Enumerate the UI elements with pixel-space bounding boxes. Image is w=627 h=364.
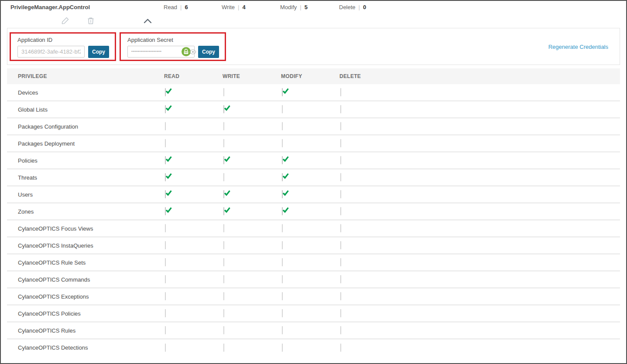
delete-checkbox[interactable] (340, 224, 341, 232)
delete-checkbox[interactable] (340, 275, 341, 283)
delete-checkbox[interactable] (340, 105, 341, 113)
table-body: Devices Global Lists Packages Configurat… (7, 84, 620, 356)
write-checkbox[interactable] (223, 156, 224, 164)
modify-checkbox[interactable] (282, 190, 283, 198)
write-checkbox[interactable] (223, 241, 224, 249)
modify-checkbox[interactable] (282, 326, 283, 334)
modify-checkbox[interactable] (282, 275, 283, 283)
write-checkbox[interactable] (223, 173, 224, 181)
modify-checkbox[interactable] (282, 344, 283, 352)
table-row: Zones (7, 203, 620, 220)
write-checkbox[interactable] (223, 105, 224, 113)
stat-write-label: Write (222, 4, 235, 10)
delete-checkbox[interactable] (340, 292, 341, 300)
app-secret-highlight-box: Application Secret ••••••••••••••••••• C… (120, 32, 226, 61)
table-row: Threats (7, 169, 620, 186)
delete-checkbox[interactable] (340, 173, 341, 181)
panel-title: PrivilegeManager.AppControl (1, 4, 164, 10)
write-checkbox[interactable] (223, 88, 224, 96)
read-checkbox[interactable] (165, 258, 166, 266)
modify-checkbox[interactable] (282, 292, 283, 300)
read-checkbox[interactable] (165, 173, 166, 181)
copy-app-secret-button[interactable]: Copy (198, 46, 219, 58)
read-checkbox[interactable] (165, 326, 166, 334)
credentials-panel: Application ID Copy Application Secret •… (7, 28, 620, 65)
read-checkbox[interactable] (165, 207, 166, 215)
stat-write-value: 4 (243, 4, 246, 10)
modify-checkbox[interactable] (282, 224, 283, 232)
modify-checkbox[interactable] (282, 258, 283, 266)
app-secret-masked-value: ••••••••••••••••••• (131, 46, 182, 58)
write-checkbox[interactable] (223, 309, 224, 317)
privilege-name: CylanceOPTICS Rule Sets (18, 259, 164, 266)
read-checkbox[interactable] (165, 344, 166, 352)
read-checkbox[interactable] (165, 309, 166, 317)
delete-button[interactable] (87, 17, 95, 25)
modify-checkbox[interactable] (282, 241, 283, 249)
read-checkbox[interactable] (165, 156, 166, 164)
delete-checkbox[interactable] (340, 344, 341, 352)
read-checkbox[interactable] (165, 139, 166, 147)
delete-checkbox[interactable] (340, 190, 341, 198)
delete-checkbox[interactable] (340, 122, 341, 130)
read-checkbox[interactable] (165, 224, 166, 232)
write-checkbox[interactable] (223, 344, 224, 352)
delete-checkbox[interactable] (340, 207, 341, 215)
privilege-name: Zones (18, 208, 164, 215)
stat-separator: | (359, 4, 360, 10)
modify-checkbox[interactable] (282, 309, 283, 317)
write-checkbox[interactable] (223, 224, 224, 232)
edit-button[interactable] (61, 17, 69, 25)
delete-checkbox[interactable] (340, 139, 341, 147)
stat-write: Write|4 (222, 4, 280, 10)
app-secret-field[interactable]: ••••••••••••••••••• (127, 46, 195, 58)
integration-panel: PrivilegeManager.AppControl Read|6 Write… (0, 0, 627, 364)
modify-checkbox[interactable] (282, 105, 283, 113)
stat-read: Read|6 (164, 4, 222, 10)
write-checkbox[interactable] (223, 207, 224, 215)
write-checkbox[interactable] (223, 139, 224, 147)
read-checkbox[interactable] (165, 88, 166, 96)
app-id-label: Application ID (17, 37, 109, 43)
delete-checkbox[interactable] (340, 88, 341, 96)
collapse-button[interactable] (144, 18, 152, 24)
table-row: Global Lists (7, 101, 620, 118)
reveal-secret-button[interactable] (189, 49, 196, 54)
delete-checkbox[interactable] (340, 156, 341, 164)
write-checkbox[interactable] (223, 258, 224, 266)
read-checkbox[interactable] (165, 122, 166, 130)
write-checkbox[interactable] (223, 275, 224, 283)
read-checkbox[interactable] (165, 105, 166, 113)
stat-delete: Delete|0 (339, 4, 626, 10)
write-checkbox[interactable] (223, 292, 224, 300)
stat-modify-value: 5 (305, 4, 308, 10)
column-header-delete: DELETE (339, 73, 620, 79)
read-checkbox[interactable] (165, 190, 166, 198)
app-secret-label: Application Secret (127, 37, 219, 43)
modify-checkbox[interactable] (282, 173, 283, 181)
modify-checkbox[interactable] (282, 88, 283, 96)
modify-checkbox[interactable] (282, 139, 283, 147)
copy-app-id-button[interactable]: Copy (88, 46, 109, 58)
stat-modify-label: Modify (280, 4, 297, 10)
regenerate-credentials-link[interactable]: Regenerate Credentials (548, 43, 608, 50)
privilege-name: CylanceOPTICS Policies (18, 310, 164, 317)
modify-checkbox[interactable] (282, 122, 283, 130)
modify-checkbox[interactable] (282, 207, 283, 215)
stat-delete-value: 0 (363, 4, 366, 10)
app-id-input[interactable] (17, 46, 85, 58)
modify-checkbox[interactable] (282, 156, 283, 164)
read-checkbox[interactable] (165, 241, 166, 249)
delete-checkbox[interactable] (340, 309, 341, 317)
delete-checkbox[interactable] (340, 326, 341, 334)
read-checkbox[interactable] (165, 275, 166, 283)
write-checkbox[interactable] (223, 190, 224, 198)
write-checkbox[interactable] (223, 326, 224, 334)
delete-checkbox[interactable] (340, 241, 341, 249)
panel-header: PrivilegeManager.AppControl Read|6 Write… (1, 1, 626, 28)
read-checkbox[interactable] (165, 292, 166, 300)
privilege-name: Users (18, 191, 164, 198)
delete-checkbox[interactable] (340, 258, 341, 266)
write-checkbox[interactable] (223, 122, 224, 130)
privilege-name: Global Lists (18, 106, 164, 113)
